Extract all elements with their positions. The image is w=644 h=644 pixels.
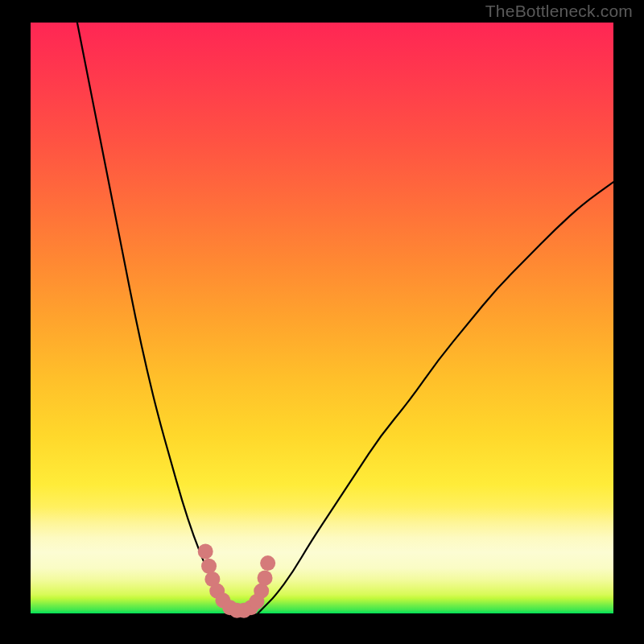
highlight-dot xyxy=(198,543,213,559)
figure-root: TheBottleneck.com xyxy=(0,0,644,644)
highlight-dot xyxy=(201,559,217,574)
bottleneck-chart xyxy=(0,0,644,644)
highlight-dot xyxy=(254,584,269,599)
highlight-dot xyxy=(260,555,275,571)
highlight-dot xyxy=(258,570,273,585)
watermark-text: TheBottleneck.com xyxy=(485,2,633,21)
